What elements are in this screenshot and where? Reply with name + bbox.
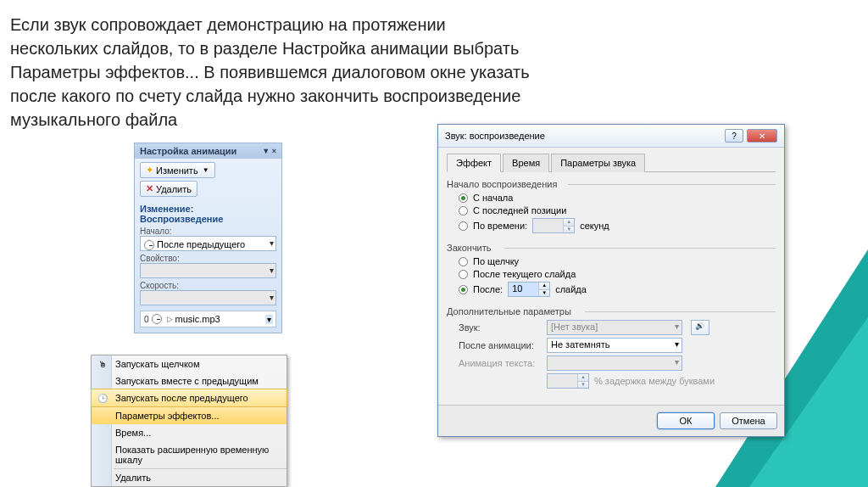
after-slides-input[interactable]: 10 ▲▼	[508, 282, 550, 297]
after-anim-combo[interactable]: Не затемнять	[547, 338, 682, 353]
tab-timing[interactable]: Время	[503, 154, 549, 172]
text-anim-combo	[547, 355, 682, 371]
menu-label: Запускать вместе с предыдущим	[115, 376, 259, 386]
play-icon: ▷	[167, 315, 173, 323]
start-value: После предыдущего	[157, 239, 245, 249]
tab-bar: Эффект Время Параметры звука	[447, 153, 776, 172]
seconds-label: секунд	[580, 221, 609, 231]
cancel-button[interactable]: Отмена	[720, 412, 777, 429]
clock-icon	[144, 240, 154, 250]
menu-start-click[interactable]: 🖱 Запускать щелчком	[92, 355, 287, 372]
radio-after-current[interactable]	[459, 270, 468, 279]
context-menu: 🖱 Запускать щелчком Запускать вместе с п…	[91, 355, 287, 487]
radio-on-click[interactable]	[459, 257, 468, 266]
radio-from-last[interactable]	[459, 206, 468, 216]
menu-label: Удалить	[115, 473, 151, 483]
radio-label: С начала	[473, 193, 513, 203]
star-icon: ✦	[146, 165, 153, 176]
sound-label: Звук:	[459, 322, 542, 333]
menu-effect-options[interactable]: Параметры эффектов...	[92, 407, 287, 424]
tab-sound-params[interactable]: Параметры звука	[551, 154, 645, 172]
menu-remove[interactable]: Удалить	[92, 469, 287, 486]
close-button[interactable]: ✕	[747, 129, 777, 143]
property-label: Свойство:	[140, 254, 276, 263]
mouse-icon: 🖱	[97, 358, 108, 370]
tab-effect[interactable]: Эффект	[447, 154, 501, 172]
menu-label: Показать расширенную временную шкалу	[115, 445, 269, 465]
spinner[interactable]: ▲▼	[538, 283, 549, 296]
change-label: Изменить	[156, 165, 198, 176]
after-anim-value: Не затемнять	[551, 339, 609, 350]
help-button[interactable]: ?	[725, 129, 743, 143]
group-end-title: Закончить	[447, 243, 495, 253]
menu-label: Запускать после предыдущего	[115, 393, 248, 403]
property-select	[140, 263, 276, 278]
delete-x-icon: ✕	[146, 183, 153, 194]
dialog-titlebar: Звук: воспроизведение ? ✕	[438, 125, 784, 148]
menu-start-with[interactable]: Запускать вместе с предыдущим	[92, 372, 287, 389]
radio-label: С последней позиции	[473, 205, 566, 216]
text-anim-label: Анимация текста:	[459, 358, 542, 368]
start-label: Начало:	[140, 227, 276, 236]
sound-dialog: Звук: воспроизведение ? ✕ Эффект Время П…	[437, 124, 785, 437]
speed-label: Скорость:	[140, 281, 276, 290]
radio-label: По щелчку	[473, 256, 519, 266]
spinner: ▲▼	[577, 374, 588, 388]
time-input: ▲▼	[532, 218, 575, 233]
menu-timing[interactable]: Время...	[92, 424, 287, 441]
item-filename: music.mp3	[175, 314, 220, 324]
clock-icon: 🕒	[97, 392, 108, 404]
delete-label: Удалить	[156, 184, 192, 194]
animation-panel: Настройка анимации ▼ × ✦ Изменить ▼ ✕ Уд…	[134, 143, 282, 333]
change-button[interactable]: ✦ Изменить ▼	[140, 162, 215, 178]
radio-by-time[interactable]	[459, 221, 468, 231]
spinner[interactable]: ▲▼	[563, 219, 574, 232]
radio-label: По времени:	[473, 221, 527, 231]
after-anim-label: После анимации:	[459, 340, 542, 350]
ok-button[interactable]: ОК	[657, 412, 715, 429]
section-change-label: Изменение: Воспроизведение	[140, 204, 276, 224]
sound-preview-button[interactable]	[691, 320, 709, 335]
clock-icon	[152, 314, 162, 324]
speed-select	[140, 290, 276, 305]
description-text: Если звук сопровождает демонстрацию на п…	[10, 13, 536, 132]
group-start-title: Начало воспроизведения	[447, 179, 560, 189]
speaker-icon	[696, 323, 704, 332]
radio-from-start[interactable]	[459, 193, 468, 203]
dialog-title: Звук: воспроизведение	[445, 131, 545, 141]
radio-label: После текущего слайда	[473, 269, 576, 279]
menu-label: Запускать щелчком	[115, 359, 200, 369]
radio-after-n[interactable]	[459, 285, 468, 294]
after-value: 10	[512, 283, 522, 294]
sound-combo[interactable]: [Нет звука]	[547, 320, 682, 335]
delay-input: ▲▼	[547, 373, 589, 389]
panel-title: Настройка анимации	[140, 146, 236, 156]
menu-show-timeline[interactable]: Показать расширенную временную шкалу	[92, 441, 287, 468]
chevron-down-icon[interactable]: ▼ ×	[262, 147, 276, 155]
dropdown-arrow-icon: ▼	[203, 166, 209, 174]
slides-label: слайда	[555, 284, 587, 294]
sound-value: [Нет звука]	[551, 322, 598, 332]
group-extra-title: Дополнительные параметры	[447, 306, 575, 316]
animation-item[interactable]: 0 ▷ music.mp3	[140, 311, 276, 327]
item-number: 0	[144, 315, 149, 324]
panel-title-bar: Настройка анимации ▼ ×	[135, 143, 281, 159]
delete-button[interactable]: ✕ Удалить	[140, 181, 198, 197]
delay-label: % задержка между буквами	[594, 376, 715, 386]
start-select[interactable]: После предыдущего	[140, 236, 276, 251]
menu-label: Параметры эффектов...	[115, 411, 220, 421]
radio-label: После:	[473, 284, 503, 294]
menu-start-after[interactable]: 🕒 Запускать после предыдущего	[91, 389, 287, 407]
menu-label: Время...	[115, 428, 151, 438]
